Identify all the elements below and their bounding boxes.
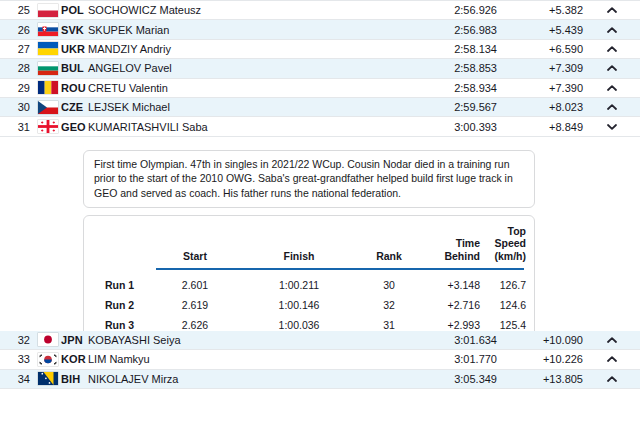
time-behind: +6.590 bbox=[497, 43, 583, 55]
rank-number: 28 bbox=[0, 62, 30, 74]
run-label: Run 1 bbox=[94, 279, 146, 291]
athlete-name: NIKOLAJEV Mirza bbox=[88, 373, 407, 385]
time-behind: +10.090 bbox=[497, 334, 583, 346]
chevron-up-icon[interactable] bbox=[607, 85, 617, 91]
total-time: 2:59.567 bbox=[407, 101, 497, 113]
runs-table: Start Finish Rank Time Behind Top Speed … bbox=[83, 215, 535, 344]
athlete-bio-note: First time Olympian. 47th in singles in … bbox=[83, 150, 535, 209]
results-rows-top: 25 POL SOCHOWICZ Mateusz 2:56.926 +5.382… bbox=[0, 0, 640, 137]
time-behind: +10.226 bbox=[497, 353, 583, 365]
rank-number: 31 bbox=[0, 121, 30, 133]
expand-toggle[interactable] bbox=[583, 65, 640, 71]
country-code: KOR bbox=[61, 353, 87, 365]
rank-number: 26 bbox=[0, 24, 30, 36]
result-row[interactable]: 29 ROU CRETU Valentin 2:58.934 +7.390 bbox=[0, 79, 640, 98]
run-label: Run 2 bbox=[94, 299, 146, 311]
rank-number: 34 bbox=[0, 373, 30, 385]
empty-space bbox=[0, 389, 640, 423]
country-code: CZE bbox=[61, 101, 87, 113]
chevron-up-icon[interactable] bbox=[607, 104, 617, 110]
runs-table-body: Run 1 2.601 1:00.211 30 +3.148 126.7 Run… bbox=[94, 275, 524, 335]
rou-flag-icon bbox=[38, 81, 58, 94]
country-code: BIH bbox=[61, 373, 87, 385]
country-code: POL bbox=[61, 4, 87, 16]
runs-header-start: Start bbox=[146, 250, 244, 263]
result-row[interactable]: 27 UKR MANDZIY Andriy 2:58.134 +6.590 bbox=[0, 40, 640, 59]
result-row[interactable]: 25 POL SOCHOWICZ Mateusz 2:56.926 +5.382 bbox=[0, 1, 640, 20]
rank-number: 32 bbox=[0, 334, 30, 346]
athlete-name: SKUPEK Marian bbox=[88, 24, 407, 36]
result-row[interactable]: 31 GEO KUMARITASHVILI Saba 3:00.393 +8.8… bbox=[0, 117, 640, 136]
rank-number: 30 bbox=[0, 101, 30, 113]
time-behind: +13.805 bbox=[497, 373, 583, 385]
expand-toggle[interactable] bbox=[583, 85, 640, 91]
athlete-name: KUMARITASHVILI Saba bbox=[88, 121, 407, 133]
chevron-up-icon[interactable] bbox=[607, 65, 617, 71]
runs-table-header: Start Finish Rank Time Behind Top Speed … bbox=[94, 224, 524, 262]
run-start: 2.601 bbox=[146, 279, 244, 291]
jpn-flag-icon bbox=[38, 333, 58, 346]
chevron-up-icon[interactable] bbox=[607, 7, 617, 13]
total-time: 3:01.634 bbox=[407, 334, 497, 346]
result-row[interactable]: 34 BIH NIKOLAJEV Mirza 3:05.349 +13.805 bbox=[0, 370, 640, 389]
expand-toggle[interactable] bbox=[583, 46, 640, 52]
expand-toggle[interactable] bbox=[583, 124, 640, 130]
run-rank: 32 bbox=[354, 299, 424, 311]
rank-number: 25 bbox=[0, 4, 30, 16]
country-code: GEO bbox=[61, 121, 87, 133]
results-table: 25 POL SOCHOWICZ Mateusz 2:56.926 +5.382… bbox=[0, 0, 640, 423]
run-finish: 1:00.211 bbox=[244, 279, 354, 291]
athlete-name: MANDZIY Andriy bbox=[88, 43, 407, 55]
expand-toggle[interactable] bbox=[583, 376, 640, 382]
rank-number: 33 bbox=[0, 353, 30, 365]
country-code: BUL bbox=[61, 62, 87, 74]
run-row: Run 1 2.601 1:00.211 30 +3.148 126.7 bbox=[94, 275, 524, 295]
athlete-name: KOBAYASHI Seiya bbox=[88, 334, 407, 346]
results-rows-bottom: 32 JPN KOBAYASHI Seiya 3:01.634 +10.090 … bbox=[0, 331, 640, 389]
total-time: 2:56.983 bbox=[407, 24, 497, 36]
country-code: UKR bbox=[61, 43, 87, 55]
chevron-down-icon[interactable] bbox=[607, 124, 617, 130]
geo-flag-icon bbox=[38, 120, 58, 133]
athlete-name: SOCHOWICZ Mateusz bbox=[88, 4, 407, 16]
run-finish: 1:00.036 bbox=[244, 319, 354, 331]
time-behind: +8.023 bbox=[497, 101, 583, 113]
expand-toggle[interactable] bbox=[583, 356, 640, 362]
pol-flag-icon bbox=[38, 4, 58, 17]
run-start: 2.619 bbox=[146, 299, 244, 311]
expand-toggle[interactable] bbox=[583, 104, 640, 110]
cze-flag-icon bbox=[38, 101, 58, 114]
time-behind: +8.849 bbox=[497, 121, 583, 133]
athlete-name: LIM Namkyu bbox=[88, 353, 407, 365]
expand-toggle[interactable] bbox=[583, 337, 640, 343]
run-time-behind: +2.993 bbox=[424, 319, 480, 331]
total-time: 2:58.934 bbox=[407, 82, 497, 94]
chevron-up-icon[interactable] bbox=[607, 376, 617, 382]
result-row[interactable]: 26 SVK SKUPEK Marian 2:56.983 +5.439 bbox=[0, 20, 640, 39]
run-row: Run 2 2.619 1:00.146 32 +2.716 124.6 bbox=[94, 295, 524, 315]
expand-toggle[interactable] bbox=[583, 7, 640, 13]
athlete-detail-panel: First time Olympian. 47th in singles in … bbox=[0, 137, 640, 331]
total-time: 3:05.349 bbox=[407, 373, 497, 385]
run-label: Run 3 bbox=[94, 319, 146, 331]
svk-flag-icon bbox=[38, 23, 58, 36]
country-code: SVK bbox=[61, 24, 87, 36]
expand-toggle[interactable] bbox=[583, 27, 640, 33]
time-behind: +7.390 bbox=[497, 82, 583, 94]
chevron-up-icon[interactable] bbox=[607, 356, 617, 362]
athlete-name: ANGELOV Pavel bbox=[88, 62, 407, 74]
result-row[interactable]: 30 CZE LEJSEK Michael 2:59.567 +8.023 bbox=[0, 98, 640, 117]
athlete-name: LEJSEK Michael bbox=[88, 101, 407, 113]
rank-number: 27 bbox=[0, 43, 30, 55]
chevron-up-icon[interactable] bbox=[607, 337, 617, 343]
chevron-up-icon[interactable] bbox=[607, 27, 617, 33]
result-row[interactable]: 33 KOR LIM Namkyu 3:01.770 +10.226 bbox=[0, 350, 640, 369]
runs-header-time-behind: Time Behind bbox=[424, 237, 480, 262]
chevron-up-icon[interactable] bbox=[607, 46, 617, 52]
run-top-speed: 126.7 bbox=[480, 279, 526, 291]
result-row[interactable]: 28 BUL ANGELOV Pavel 2:58.853 +7.309 bbox=[0, 59, 640, 78]
total-time: 3:00.393 bbox=[407, 121, 497, 133]
total-time: 2:56.926 bbox=[407, 4, 497, 16]
result-row[interactable]: 32 JPN KOBAYASHI Seiya 3:01.634 +10.090 bbox=[0, 331, 640, 350]
run-time-behind: +3.148 bbox=[424, 279, 480, 291]
